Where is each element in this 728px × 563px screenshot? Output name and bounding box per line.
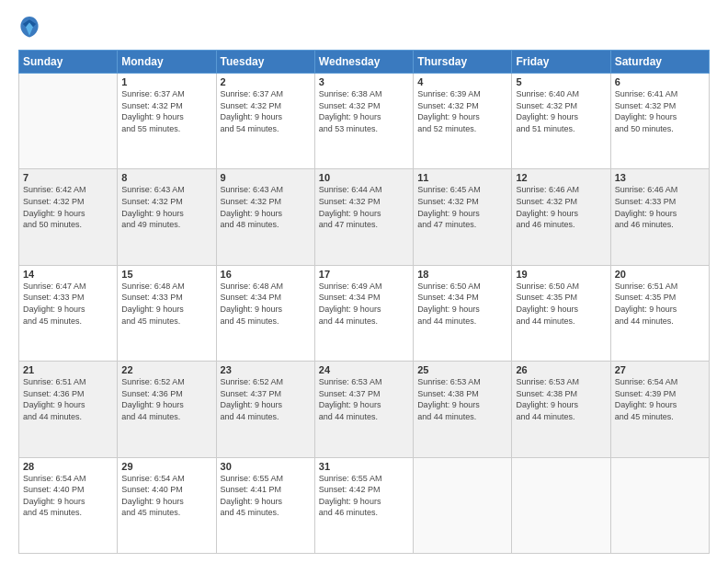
day-number: 31 bbox=[319, 461, 409, 472]
calendar-week-row: 14 Sunrise: 6:47 AM Sunset: 4:33 PM Dayl… bbox=[19, 265, 710, 361]
day-number: 15 bbox=[121, 269, 211, 280]
day-detail: Sunrise: 6:45 AM Sunset: 4:32 PM Dayligh… bbox=[417, 185, 481, 229]
calendar-cell: 18 Sunrise: 6:50 AM Sunset: 4:34 PM Dayl… bbox=[414, 265, 512, 361]
day-number: 3 bbox=[319, 76, 409, 87]
calendar-cell: 25 Sunrise: 6:53 AM Sunset: 4:38 PM Dayl… bbox=[414, 362, 512, 457]
day-detail: Sunrise: 6:54 AM Sunset: 4:40 PM Dayligh… bbox=[23, 474, 86, 518]
calendar-cell: 16 Sunrise: 6:48 AM Sunset: 4:34 PM Dayl… bbox=[216, 265, 314, 361]
calendar-cell: 10 Sunrise: 6:44 AM Sunset: 4:32 PM Dayl… bbox=[314, 169, 413, 265]
calendar-cell: 21 Sunrise: 6:51 AM Sunset: 4:36 PM Dayl… bbox=[19, 362, 118, 457]
calendar-week-row: 28 Sunrise: 6:54 AM Sunset: 4:40 PM Dayl… bbox=[19, 457, 710, 553]
page: SundayMondayTuesdayWednesdayThursdayFrid… bbox=[0, 0, 728, 563]
weekday-header-wednesday: Wednesday bbox=[314, 51, 413, 74]
calendar-cell: 13 Sunrise: 6:46 AM Sunset: 4:33 PM Dayl… bbox=[610, 169, 709, 265]
calendar-cell: 19 Sunrise: 6:50 AM Sunset: 4:35 PM Dayl… bbox=[512, 265, 610, 361]
weekday-header-thursday: Thursday bbox=[414, 51, 512, 74]
calendar-cell: 28 Sunrise: 6:54 AM Sunset: 4:40 PM Dayl… bbox=[19, 457, 118, 553]
calendar-cell: 30 Sunrise: 6:55 AM Sunset: 4:41 PM Dayl… bbox=[216, 457, 314, 553]
weekday-header-row: SundayMondayTuesdayWednesdayThursdayFrid… bbox=[19, 51, 710, 74]
weekday-header-saturday: Saturday bbox=[610, 51, 709, 74]
calendar-table: SundayMondayTuesdayWednesdayThursdayFrid… bbox=[18, 50, 710, 554]
calendar-week-row: 1 Sunrise: 6:37 AM Sunset: 4:32 PM Dayli… bbox=[19, 74, 710, 169]
logo bbox=[18, 15, 44, 40]
calendar-week-row: 21 Sunrise: 6:51 AM Sunset: 4:36 PM Dayl… bbox=[19, 362, 710, 457]
day-number: 1 bbox=[121, 76, 211, 87]
day-detail: Sunrise: 6:42 AM Sunset: 4:32 PM Dayligh… bbox=[23, 185, 86, 229]
day-number: 21 bbox=[23, 364, 113, 375]
day-number: 12 bbox=[516, 172, 606, 183]
day-detail: Sunrise: 6:43 AM Sunset: 4:32 PM Dayligh… bbox=[221, 185, 284, 229]
calendar-week-row: 7 Sunrise: 6:42 AM Sunset: 4:32 PM Dayli… bbox=[19, 169, 710, 265]
day-detail: Sunrise: 6:52 AM Sunset: 4:37 PM Dayligh… bbox=[221, 377, 284, 421]
day-number: 6 bbox=[615, 76, 705, 87]
calendar-cell bbox=[19, 74, 118, 169]
day-number: 9 bbox=[221, 172, 311, 183]
day-number: 24 bbox=[319, 364, 409, 375]
day-detail: Sunrise: 6:50 AM Sunset: 4:34 PM Dayligh… bbox=[417, 282, 481, 326]
weekday-header-sunday: Sunday bbox=[19, 51, 118, 74]
calendar-cell: 8 Sunrise: 6:43 AM Sunset: 4:32 PM Dayli… bbox=[118, 169, 216, 265]
day-detail: Sunrise: 6:55 AM Sunset: 4:41 PM Dayligh… bbox=[221, 474, 284, 518]
day-number: 25 bbox=[417, 364, 507, 375]
day-detail: Sunrise: 6:52 AM Sunset: 4:36 PM Dayligh… bbox=[121, 377, 185, 421]
day-detail: Sunrise: 6:54 AM Sunset: 4:40 PM Dayligh… bbox=[121, 474, 185, 518]
calendar-cell: 9 Sunrise: 6:43 AM Sunset: 4:32 PM Dayli… bbox=[216, 169, 314, 265]
day-detail: Sunrise: 6:40 AM Sunset: 4:32 PM Dayligh… bbox=[516, 89, 579, 133]
calendar-cell: 26 Sunrise: 6:53 AM Sunset: 4:38 PM Dayl… bbox=[512, 362, 610, 457]
day-number: 13 bbox=[615, 172, 705, 183]
day-detail: Sunrise: 6:53 AM Sunset: 4:37 PM Dayligh… bbox=[319, 377, 382, 421]
calendar-cell: 29 Sunrise: 6:54 AM Sunset: 4:40 PM Dayl… bbox=[118, 457, 216, 553]
day-number: 17 bbox=[319, 269, 409, 280]
day-detail: Sunrise: 6:50 AM Sunset: 4:35 PM Dayligh… bbox=[516, 282, 579, 326]
day-detail: Sunrise: 6:43 AM Sunset: 4:32 PM Dayligh… bbox=[121, 185, 185, 229]
day-number: 11 bbox=[417, 172, 507, 183]
day-number: 5 bbox=[516, 76, 606, 87]
calendar-cell bbox=[512, 457, 610, 553]
day-detail: Sunrise: 6:47 AM Sunset: 4:33 PM Dayligh… bbox=[23, 282, 86, 326]
day-number: 8 bbox=[121, 172, 211, 183]
calendar-cell: 4 Sunrise: 6:39 AM Sunset: 4:32 PM Dayli… bbox=[414, 74, 512, 169]
day-number: 28 bbox=[23, 461, 113, 472]
day-number: 18 bbox=[417, 269, 507, 280]
day-detail: Sunrise: 6:53 AM Sunset: 4:38 PM Dayligh… bbox=[516, 377, 579, 421]
calendar-cell: 1 Sunrise: 6:37 AM Sunset: 4:32 PM Dayli… bbox=[118, 74, 216, 169]
day-detail: Sunrise: 6:39 AM Sunset: 4:32 PM Dayligh… bbox=[417, 89, 481, 133]
calendar-cell: 31 Sunrise: 6:55 AM Sunset: 4:42 PM Dayl… bbox=[314, 457, 413, 553]
weekday-header-friday: Friday bbox=[512, 51, 610, 74]
day-detail: Sunrise: 6:51 AM Sunset: 4:36 PM Dayligh… bbox=[23, 377, 86, 421]
day-detail: Sunrise: 6:49 AM Sunset: 4:34 PM Dayligh… bbox=[319, 282, 382, 326]
calendar-cell bbox=[610, 457, 709, 553]
day-detail: Sunrise: 6:38 AM Sunset: 4:32 PM Dayligh… bbox=[319, 89, 382, 133]
calendar-cell: 15 Sunrise: 6:48 AM Sunset: 4:33 PM Dayl… bbox=[118, 265, 216, 361]
day-detail: Sunrise: 6:53 AM Sunset: 4:38 PM Dayligh… bbox=[417, 377, 481, 421]
logo-icon bbox=[18, 15, 40, 40]
calendar-cell: 17 Sunrise: 6:49 AM Sunset: 4:34 PM Dayl… bbox=[314, 265, 413, 361]
day-number: 23 bbox=[221, 364, 311, 375]
day-number: 14 bbox=[23, 269, 113, 280]
day-number: 10 bbox=[319, 172, 409, 183]
day-detail: Sunrise: 6:48 AM Sunset: 4:34 PM Dayligh… bbox=[221, 282, 284, 326]
day-number: 7 bbox=[23, 172, 113, 183]
calendar-cell: 6 Sunrise: 6:41 AM Sunset: 4:32 PM Dayli… bbox=[610, 74, 709, 169]
day-number: 26 bbox=[516, 364, 606, 375]
day-number: 2 bbox=[221, 76, 311, 87]
calendar-cell: 20 Sunrise: 6:51 AM Sunset: 4:35 PM Dayl… bbox=[610, 265, 709, 361]
day-number: 16 bbox=[221, 269, 311, 280]
day-number: 22 bbox=[121, 364, 211, 375]
day-number: 30 bbox=[221, 461, 311, 472]
header bbox=[18, 15, 710, 40]
day-detail: Sunrise: 6:46 AM Sunset: 4:33 PM Dayligh… bbox=[615, 185, 678, 229]
calendar-cell: 14 Sunrise: 6:47 AM Sunset: 4:33 PM Dayl… bbox=[19, 265, 118, 361]
weekday-header-monday: Monday bbox=[118, 51, 216, 74]
day-detail: Sunrise: 6:54 AM Sunset: 4:39 PM Dayligh… bbox=[615, 377, 678, 421]
calendar-cell: 27 Sunrise: 6:54 AM Sunset: 4:39 PM Dayl… bbox=[610, 362, 709, 457]
day-detail: Sunrise: 6:51 AM Sunset: 4:35 PM Dayligh… bbox=[615, 282, 678, 326]
calendar-cell: 7 Sunrise: 6:42 AM Sunset: 4:32 PM Dayli… bbox=[19, 169, 118, 265]
calendar-cell: 12 Sunrise: 6:46 AM Sunset: 4:32 PM Dayl… bbox=[512, 169, 610, 265]
day-detail: Sunrise: 6:37 AM Sunset: 4:32 PM Dayligh… bbox=[121, 89, 185, 133]
calendar-cell: 23 Sunrise: 6:52 AM Sunset: 4:37 PM Dayl… bbox=[216, 362, 314, 457]
calendar-cell: 5 Sunrise: 6:40 AM Sunset: 4:32 PM Dayli… bbox=[512, 74, 610, 169]
weekday-header-tuesday: Tuesday bbox=[216, 51, 314, 74]
calendar-cell: 2 Sunrise: 6:37 AM Sunset: 4:32 PM Dayli… bbox=[216, 74, 314, 169]
day-detail: Sunrise: 6:46 AM Sunset: 4:32 PM Dayligh… bbox=[516, 185, 579, 229]
